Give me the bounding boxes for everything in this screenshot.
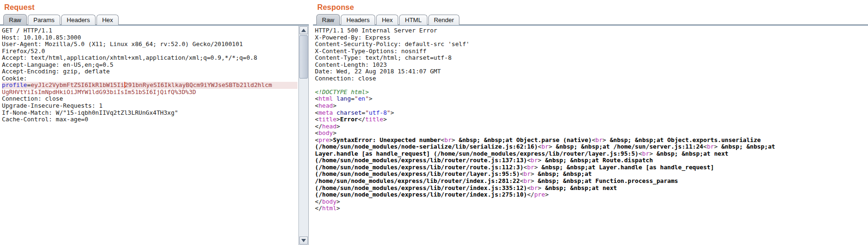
code-line: </html> bbox=[315, 205, 867, 212]
tab-headers[interactable]: Headers bbox=[61, 15, 96, 25]
tab-hex[interactable]: Hex bbox=[96, 15, 119, 25]
code-line: </body> bbox=[315, 198, 867, 205]
code-line: <body> bbox=[315, 130, 867, 137]
arrow-down-icon bbox=[301, 239, 306, 242]
code-line: X-Content-Type-Options: nosniff bbox=[315, 48, 867, 55]
request-scrollbar[interactable] bbox=[298, 26, 308, 245]
code-line: Layer.handle [as handle_request] (/home/… bbox=[315, 150, 867, 158]
code-line: (/home/sun/node_modules/express/lib/rout… bbox=[315, 191, 867, 198]
code-line: <meta charset="utf-8"> bbox=[315, 110, 867, 117]
request-panel: Request RawParamsHeadersHex GET / HTTP/1… bbox=[0, 0, 309, 245]
code-line: X-Powered-By: Express bbox=[315, 34, 867, 41]
scrollbar-thumb[interactable] bbox=[299, 35, 308, 79]
tab-render[interactable]: Render bbox=[428, 15, 460, 25]
code-line: <!DOCTYPE html> bbox=[315, 89, 867, 96]
code-line: (/home/sun/node_modules/express/lib/rout… bbox=[315, 164, 867, 171]
http-message-viewer: Request RawParamsHeadersHex GET / HTTP/1… bbox=[0, 0, 868, 245]
code-line: Content-Type: text/html; charset=utf-8 bbox=[315, 55, 867, 62]
scroll-down-button[interactable] bbox=[299, 237, 308, 245]
request-tabs: RawParamsHeadersHex bbox=[0, 13, 309, 24]
code-line: Firefox/52.0 bbox=[2, 48, 297, 55]
response-panel: Response RawHeadersHexHTMLRender HTTP/1.… bbox=[313, 0, 868, 245]
arrow-up-icon bbox=[301, 29, 306, 32]
code-line: Connection: close bbox=[2, 95, 297, 103]
tab-headers[interactable]: Headers bbox=[341, 15, 375, 25]
code-line: User-Agent: Mozilla/5.0 (X11; Linux x86_… bbox=[2, 41, 297, 48]
response-body: HTTP/1.1 500 Internal Server ErrorX-Powe… bbox=[313, 26, 868, 245]
request-raw-editor[interactable]: GET / HTTP/1.1Host: 10.10.10.85:3000User… bbox=[0, 26, 298, 245]
code-line: Accept: text/html,application/xhtml+xml,… bbox=[2, 55, 297, 62]
code-line: </head> bbox=[315, 123, 867, 130]
scroll-up-button[interactable] bbox=[299, 26, 308, 34]
code-line: Content-Security-Policy: default-src 'se… bbox=[315, 41, 867, 48]
tab-hex[interactable]: Hex bbox=[376, 15, 398, 25]
code-line: /home/sun/node_modules/express/lib/route… bbox=[315, 178, 867, 185]
response-tabs: RawHeadersHexHTMLRender bbox=[313, 13, 868, 24]
code-line: Date: Wed, 22 Aug 2018 15:41:07 GMT bbox=[315, 68, 867, 75]
code-line: HTTP/1.1 500 Internal Server Error bbox=[315, 27, 867, 34]
response-raw-viewer[interactable]: HTTP/1.1 500 Internal Server ErrorX-Powe… bbox=[313, 26, 868, 245]
code-line: (/home/sun/node_modules/express/lib/rout… bbox=[315, 157, 867, 164]
code-line: <pre>SyntaxError: Unexpected number<br> … bbox=[315, 137, 867, 144]
code-line: UgRHVtYiIsImNpdHkiOiJMYW1ldG93biIsIm51bS… bbox=[2, 89, 297, 96]
request-panel-title: Request bbox=[0, 0, 309, 13]
code-line: <title>Error</title> bbox=[315, 116, 867, 123]
code-line: Cache-Control: max-age=0 bbox=[2, 116, 297, 123]
tab-html[interactable]: HTML bbox=[399, 15, 427, 25]
code-line: (/home/sun/node_modules/express/lib/rout… bbox=[315, 171, 867, 178]
code-line: If-None-Match: W/"15-iqbh0nIIVq2tZl3LRUn… bbox=[2, 110, 297, 117]
code-line: Host: 10.10.10.85:3000 bbox=[2, 34, 297, 41]
code-line: <head> bbox=[315, 103, 867, 110]
tab-raw[interactable]: Raw bbox=[3, 14, 27, 25]
code-line: (/home/sun/node_modules/express/lib/rout… bbox=[315, 185, 867, 192]
code-line: Cookie: bbox=[2, 75, 297, 82]
request-body: GET / HTTP/1.1Host: 10.10.10.85:3000User… bbox=[0, 26, 309, 245]
code-line: Accept-Encoding: gzip, deflate bbox=[2, 68, 297, 75]
code-line: GET / HTTP/1.1 bbox=[2, 27, 297, 34]
tab-params[interactable]: Params bbox=[28, 15, 60, 25]
code-line: Content-Length: 1023 bbox=[315, 62, 867, 69]
code-line: Upgrade-Insecure-Requests: 1 bbox=[2, 103, 297, 110]
tab-raw[interactable]: Raw bbox=[316, 14, 340, 25]
code-line: profile=eyJ1c2VybmFtZSI6IkR1bW15Ii291bnR… bbox=[2, 82, 297, 89]
code-line: Accept-Language: en-US,en;q=0.5 bbox=[2, 62, 297, 69]
code-line: Connection: close bbox=[315, 75, 867, 82]
code-line bbox=[315, 82, 867, 89]
response-panel-title: Response bbox=[313, 0, 868, 13]
code-line: (/home/sun/node_modules/node-serialize/l… bbox=[315, 143, 867, 150]
code-line: <html lang="en"> bbox=[315, 95, 867, 103]
